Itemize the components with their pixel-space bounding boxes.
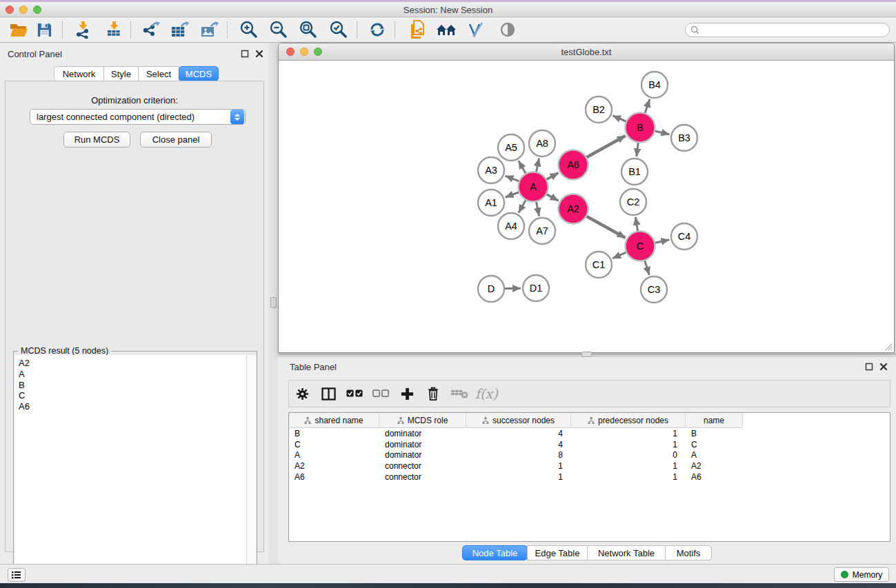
import-table-button[interactable]	[102, 19, 126, 40]
node-A7[interactable]: A7	[529, 218, 555, 244]
table-cell[interactable]: 1	[571, 439, 686, 450]
clone-network-button[interactable]	[406, 19, 429, 40]
table-cell[interactable]: A	[686, 450, 743, 461]
mcds-result-item[interactable]: B	[19, 380, 246, 391]
close-panel-button[interactable]: Close panel	[140, 132, 212, 148]
node-A5[interactable]: A5	[498, 134, 524, 161]
mcds-result-item[interactable]: A6	[19, 401, 246, 412]
close-panel-icon[interactable]	[255, 50, 263, 58]
node-B1[interactable]: B1	[621, 159, 648, 185]
table-cell[interactable]: 4	[466, 439, 571, 450]
node-C1[interactable]: C1	[586, 252, 612, 278]
table-cell[interactable]: 0	[571, 450, 686, 461]
resize-grip-icon[interactable]	[883, 341, 893, 351]
float-panel-icon[interactable]	[865, 363, 873, 371]
column-header-name[interactable]: name	[686, 413, 743, 428]
node-B3[interactable]: B3	[671, 125, 697, 151]
table-cell[interactable]: dominator	[379, 450, 466, 461]
apply-layout-button[interactable]	[366, 19, 389, 40]
destroy-table-button[interactable]	[446, 382, 472, 405]
tab-style[interactable]: Style	[103, 66, 139, 81]
show-vizmapper-button[interactable]	[464, 19, 488, 40]
tab-mcds[interactable]: MCDS	[179, 66, 219, 81]
table-cell[interactable]: dominator	[379, 428, 466, 439]
column-header-shared-name[interactable]: shared name	[289, 413, 379, 428]
unselect-all-columns-button[interactable]	[368, 382, 394, 405]
table-cell[interactable]: A6	[289, 472, 379, 483]
table-cell[interactable]: connector	[379, 460, 466, 472]
table-cell[interactable]: 4	[466, 428, 571, 439]
tab-node-table[interactable]: Node Table	[462, 545, 528, 560]
vertical-splitter-handle[interactable]	[270, 297, 277, 308]
column-header-successor-nodes[interactable]: successor nodes	[466, 413, 571, 428]
tab-edge-table[interactable]: Edge Table	[527, 545, 588, 560]
node-D1[interactable]: D1	[523, 275, 549, 301]
table-cell[interactable]: B	[686, 428, 743, 439]
column-header-predecessor-nodes[interactable]: predecessor nodes	[571, 413, 686, 428]
import-network-button[interactable]	[71, 19, 94, 40]
float-panel-icon[interactable]	[241, 50, 249, 58]
show-column-button[interactable]	[315, 382, 341, 405]
mcds-result-item[interactable]: A	[19, 369, 246, 380]
hide-panel-button[interactable]	[496, 19, 519, 40]
table-cell[interactable]: 1	[571, 472, 686, 483]
export-image-button[interactable]	[197, 19, 221, 40]
table-cell[interactable]: 1	[571, 428, 686, 439]
tab-motifs[interactable]: Motifs	[665, 545, 712, 560]
zoom-selected-button[interactable]	[327, 19, 350, 40]
node-A8[interactable]: A8	[529, 130, 555, 156]
network-graph[interactable]: B4B2BB3A5A8A6A3B1AA1C2A2A4A7C4CC1C3DD1	[279, 61, 893, 352]
node-C3[interactable]: C3	[641, 276, 667, 303]
table-cell[interactable]: 1	[466, 460, 571, 472]
node-A3[interactable]: A3	[478, 157, 504, 183]
criterion-select[interactable]: largest connected component (directed)	[30, 109, 246, 125]
table-cell[interactable]: A	[289, 450, 379, 461]
node-A[interactable]: A	[519, 172, 548, 202]
table-options-button[interactable]	[289, 382, 315, 405]
table-cell[interactable]: A6	[686, 472, 743, 483]
mcds-result-item[interactable]: A2	[19, 358, 246, 369]
table-cell[interactable]: 1	[571, 460, 686, 472]
table-cell[interactable]: 1	[466, 472, 571, 483]
table-cell[interactable]: dominator	[379, 439, 466, 450]
node-A4[interactable]: A4	[498, 213, 524, 239]
function-builder-button[interactable]: f(x)	[472, 386, 498, 401]
table-cell[interactable]: C	[289, 439, 379, 450]
memory-button[interactable]: Memory	[834, 567, 889, 582]
node-B[interactable]: B	[626, 113, 655, 143]
network-window-titlebar[interactable]: testGlobe.txt	[279, 43, 894, 61]
mcds-list-scrollbar[interactable]	[247, 355, 256, 584]
create-column-button[interactable]	[394, 382, 420, 405]
cybrowser-home-button[interactable]	[435, 19, 458, 40]
node-D[interactable]: D	[478, 276, 504, 302]
column-header-mcds-role[interactable]: MCDS role	[379, 413, 466, 428]
tab-network[interactable]: Network	[54, 66, 104, 81]
show-task-history-button[interactable]	[8, 568, 26, 582]
table-cell[interactable]: A2	[686, 460, 743, 472]
table-cell[interactable]: A2	[289, 460, 379, 472]
node-B2[interactable]: B2	[586, 97, 612, 123]
run-mcds-button[interactable]: Run MCDS	[63, 132, 130, 148]
node-B4[interactable]: B4	[641, 72, 668, 98]
mcds-result-list[interactable]: A2ABCA6	[14, 355, 247, 584]
zoom-out-button[interactable]	[267, 19, 290, 40]
zoom-in-button[interactable]	[237, 19, 261, 40]
zoom-fit-button[interactable]	[297, 19, 320, 40]
table-cell[interactable]: 8	[466, 450, 571, 461]
delete-columns-button[interactable]	[420, 382, 446, 405]
node-A2[interactable]: A2	[559, 194, 588, 224]
node-A6[interactable]: A6	[559, 150, 588, 180]
node-A1[interactable]: A1	[478, 190, 504, 216]
tab-select[interactable]: Select	[138, 66, 179, 81]
open-session-button[interactable]	[7, 19, 30, 40]
table-cell[interactable]: B	[289, 428, 379, 439]
export-network-button[interactable]	[139, 19, 162, 40]
table-cell[interactable]: C	[686, 439, 743, 450]
save-session-button[interactable]	[32, 19, 56, 40]
search-input[interactable]	[699, 24, 889, 36]
mcds-result-item[interactable]: C	[19, 390, 246, 401]
table-cell[interactable]: connector	[379, 472, 466, 483]
node-C[interactable]: C	[626, 232, 655, 261]
close-panel-icon[interactable]	[879, 363, 888, 371]
tab-network-table[interactable]: Network Table	[587, 545, 666, 560]
